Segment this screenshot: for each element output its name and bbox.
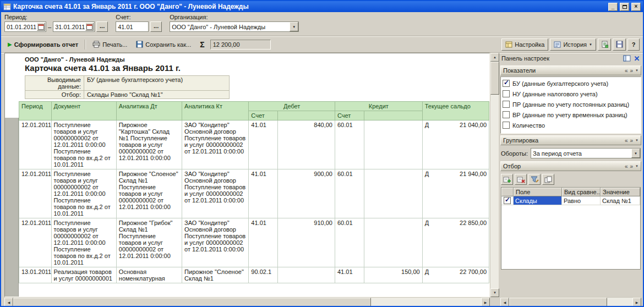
period-to-field[interactable]: 31.01.2011 (53, 21, 95, 32)
cell-balance[interactable]: Д21 040,00 (422, 120, 489, 169)
period-from-field[interactable]: 01.01.2011 (4, 21, 46, 32)
horizontal-scrollbar[interactable]: ◀ ▶ (4, 297, 490, 306)
cell-debit-sum[interactable]: 910,00 (277, 218, 335, 267)
list-item[interactable]: БУ (данные бухгалтерского учета) (503, 78, 639, 89)
cell-analytics-dt[interactable]: Пирожное "Грибок" Склад №1 Поступление т… (116, 218, 182, 267)
sum-button[interactable]: Σ (197, 39, 208, 51)
filter-copy-button[interactable] (542, 174, 554, 185)
scroll-left-icon[interactable]: ◀ (4, 298, 13, 306)
section-indicators[interactable]: Показатели « » ▼ (500, 65, 641, 75)
scroll-down-icon[interactable]: ▼ (490, 288, 499, 297)
cell-analytics-kt[interactable]: Пирожное "Слоеное" Склад №1 (182, 267, 249, 283)
horizontal-scroll-thumb[interactable] (13, 298, 371, 306)
cell-document[interactable]: Поступление товаров и услуг 00000000002 … (51, 120, 116, 169)
save-as-button[interactable]: Сохранить как... (133, 39, 194, 51)
vertical-scrollbar[interactable]: ▲ ▼ (490, 53, 499, 297)
account-more-button[interactable]: ... (150, 21, 162, 32)
minimize-button[interactable]: _ (608, 3, 618, 11)
collapse-left-icon[interactable]: « (625, 138, 628, 144)
calendar-icon[interactable] (85, 23, 94, 31)
filter-row-field[interactable]: Склады (514, 196, 562, 205)
section-filter[interactable]: Отбор « » ▼ (500, 161, 641, 171)
cell-debit-account[interactable]: 41.01 (249, 120, 278, 169)
table-row[interactable]: Склады Равно Склад №1 (501, 196, 640, 205)
cell-credit-account[interactable]: 60.01 (335, 169, 364, 218)
cell-analytics-dt[interactable]: Основная номенклатурная (116, 267, 182, 283)
cell-debit-account[interactable]: 41.01 (249, 169, 278, 218)
cell-analytics-kt[interactable]: ЗАО "Кондитер" Основной договор Поступле… (182, 169, 249, 218)
panel-properties-button[interactable] (623, 55, 631, 62)
settings-button[interactable]: Настройка (501, 39, 548, 51)
account-field[interactable]: 41.01 (116, 21, 149, 32)
cell-balance[interactable]: Д22 850,00 (422, 218, 489, 267)
cell-credit-sum[interactable]: 150,00 (364, 267, 422, 283)
checkbox[interactable] (504, 197, 511, 204)
checkbox[interactable] (503, 80, 510, 87)
cell-credit-sum[interactable] (364, 120, 422, 169)
chevron-down-icon[interactable]: ▼ (290, 22, 298, 31)
cell-document[interactable]: Поступление товаров и услуг 00000000002 … (51, 218, 116, 267)
checkbox[interactable] (503, 101, 510, 108)
cell-analytics-kt[interactable]: ЗАО "Кондитер" Основной договор Поступле… (182, 120, 249, 169)
calendar-icon[interactable] (37, 23, 45, 31)
list-item[interactable]: ВР (данные по учету временных разниц) (503, 109, 639, 120)
period-more-button[interactable]: ... (96, 21, 108, 32)
chevron-down-icon[interactable]: ▼ (635, 139, 638, 142)
cell-credit-account[interactable]: 60.01 (335, 218, 364, 267)
cell-period[interactable]: 12.01.2011 (19, 120, 52, 169)
help-button[interactable]: ? (627, 39, 640, 51)
cell-debit-sum[interactable]: 840,00 (277, 120, 335, 169)
cell-period[interactable]: 12.01.2011 (19, 169, 52, 218)
cell-debit-sum[interactable]: 900,00 (277, 169, 335, 218)
collapse-right-icon[interactable]: » (630, 138, 633, 144)
filter-add-button[interactable] (501, 174, 513, 185)
cell-credit-sum[interactable] (364, 218, 422, 267)
cell-balance[interactable]: Д21 940,00 (422, 169, 489, 218)
checkbox[interactable] (503, 111, 510, 118)
section-grouping[interactable]: Группировка « » ▼ (500, 135, 641, 145)
scroll-up-icon[interactable]: ▲ (490, 53, 499, 62)
cell-credit-sum[interactable] (364, 169, 422, 218)
chevron-down-icon[interactable]: ▼ (631, 149, 640, 158)
report-view[interactable]: ООО "Данго" - Луневой Надежды Карточка с… (4, 53, 490, 297)
collapse-left-icon[interactable]: « (625, 163, 628, 169)
cell-balance[interactable]: Д22 700,00 (422, 267, 489, 283)
vertical-scroll-thumb[interactable] (490, 62, 499, 95)
checkbox[interactable] (503, 90, 510, 97)
scroll-left-icon[interactable]: ◀ (500, 298, 509, 306)
chevron-down-icon[interactable]: ▼ (635, 165, 638, 168)
panel-close-button[interactable]: ✕ (632, 54, 641, 63)
history-button[interactable]: История ▼ (550, 39, 596, 51)
list-item[interactable]: Количество (503, 120, 639, 130)
cell-analytics-dt[interactable]: Пирожное "Картошка" Склад №1 Поступление… (116, 120, 182, 169)
filter-row-value[interactable]: Склад №1 (601, 196, 640, 205)
collapse-left-icon[interactable]: « (625, 68, 628, 74)
cell-document[interactable]: Реализация товаров и услуг 00000000001 (51, 267, 116, 283)
list-item[interactable]: НУ (данные налогового учета) (503, 89, 639, 99)
close-button[interactable]: × (631, 3, 641, 11)
cell-debit-sum[interactable] (277, 267, 335, 283)
grouping-select[interactable]: За период отчета ▼ (531, 148, 641, 158)
filter-edit-button[interactable] (528, 174, 541, 185)
new-report-button[interactable] (598, 39, 611, 51)
cell-period[interactable]: 13.01.2011 (19, 267, 52, 283)
list-item[interactable]: ПР (данные по учету постоянных разниц) (503, 99, 639, 109)
cell-credit-account[interactable]: 60.01 (335, 120, 364, 169)
cell-analytics-dt[interactable]: Пирожное "Слоеное" Склад №1 Поступление … (116, 169, 182, 218)
cell-debit-account[interactable]: 90.02.1 (249, 267, 278, 283)
cell-analytics-kt[interactable]: ЗАО "Кондитер" Основной договор Поступле… (182, 218, 249, 267)
filter-row-comparison[interactable]: Равно (562, 196, 601, 205)
filter-delete-button[interactable] (515, 174, 527, 185)
panel-horizontal-scrollbar[interactable]: ◀ ▶ (500, 297, 641, 306)
cell-period[interactable]: 12.01.2011 (19, 218, 52, 267)
print-button[interactable]: Печать... (89, 39, 130, 51)
cell-document[interactable]: Поступление товаров и услуг 00000000002 … (51, 169, 116, 218)
organization-select[interactable]: ООО "Данго" - Луневой Надежды ▼ (170, 21, 299, 32)
save-settings-button[interactable] (613, 39, 626, 51)
checkbox[interactable] (503, 122, 510, 129)
chevron-down-icon[interactable]: ▼ (635, 69, 638, 72)
cell-credit-account[interactable]: 41.01 (335, 267, 364, 283)
horizontal-scroll-thumb[interactable] (509, 298, 607, 306)
collapse-right-icon[interactable]: » (630, 163, 633, 169)
generate-report-button[interactable]: ▶ Сформировать отчет (4, 39, 81, 51)
